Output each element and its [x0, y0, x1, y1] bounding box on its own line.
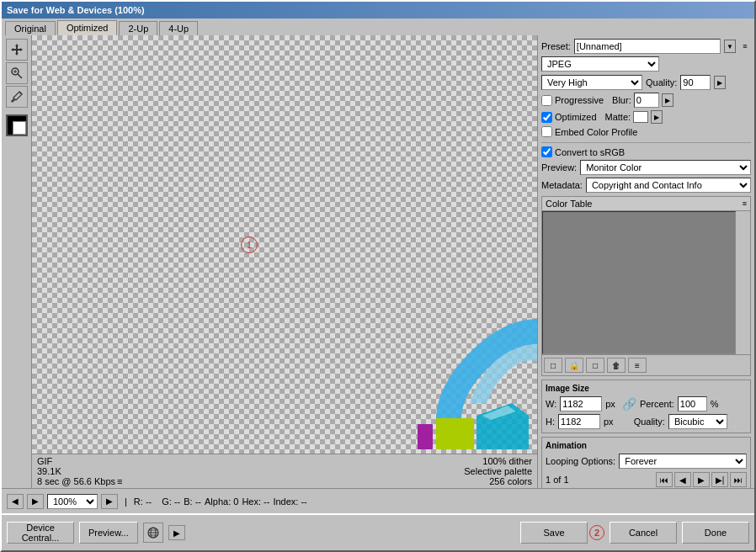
canvas-status-right: 100% dither Selective palette 256 colors — [464, 456, 532, 486]
color-table-panel: Color Table ≡ □ 🔒 □ 🗑 ≡ — [541, 196, 751, 376]
matte-color-box[interactable] — [633, 111, 648, 123]
metadata-select[interactable]: Copyright and Contact Info None Copyrigh… — [586, 178, 751, 193]
quality-arrow[interactable]: ▶ — [714, 76, 726, 89]
preset-options-icon[interactable]: ≡ — [739, 40, 751, 52]
optimized-label: Optimized — [555, 112, 597, 122]
format-row: JPEG GIF PNG-8 PNG-24 — [541, 56, 751, 72]
background-color[interactable] — [13, 121, 26, 135]
g-label: G: -- — [162, 496, 180, 507]
quality-input[interactable] — [680, 75, 711, 90]
h-label: H: — [546, 417, 555, 427]
nav-prev-btn[interactable]: ◀ — [7, 494, 24, 509]
right-panel: Preset: ▼ ≡ JPEG GIF PNG-8 PNG-24 Very H… — [537, 35, 754, 488]
index-label: Index: -- — [273, 496, 306, 507]
quality-preset-select[interactable]: Very High Low Medium High Maximum — [541, 75, 642, 90]
foreground-color[interactable] — [6, 114, 28, 136]
percent-unit: % — [711, 399, 719, 409]
convert-srgb-checkbox[interactable] — [541, 146, 552, 157]
metadata-row: Metadata: Copyright and Contact Info Non… — [541, 178, 751, 193]
tab-2up[interactable]: 2-Up — [119, 21, 157, 35]
cancel-button[interactable]: Cancel — [610, 522, 677, 544]
globe-arrow-btn[interactable]: ▶ — [168, 525, 185, 540]
animation-buttons: ⏮ ◀ ▶ ▶| ⏭ — [656, 472, 747, 487]
link-icon[interactable]: 🔗 — [622, 397, 636, 411]
zoom-tool[interactable] — [6, 62, 28, 84]
color-table-icons: ≡ — [743, 199, 747, 208]
zoom-select[interactable]: 100% 50% 200% — [47, 494, 98, 509]
anim-last-btn[interactable]: ⏭ — [730, 472, 747, 487]
hex-label: Hex: -- — [242, 496, 269, 507]
image-size-h-row: H: px Quality: Bicubic Nearest Neighbor … — [546, 414, 747, 429]
embed-color-checkbox[interactable] — [541, 126, 552, 137]
title-text: Save for Web & Devices (100%) — [7, 5, 145, 15]
anim-next-btn[interactable]: ▶| — [711, 472, 728, 487]
preset-input[interactable] — [574, 39, 721, 54]
canvas-format: GIF — [37, 456, 123, 466]
anim-first-btn[interactable]: ⏮ — [656, 472, 673, 487]
zoom-next-btn[interactable]: ▶ — [101, 494, 118, 509]
ct-btn-1[interactable]: □ — [544, 358, 562, 373]
tab-optimized[interactable]: Optimized — [57, 20, 118, 35]
ct-btn-5[interactable]: ≡ — [628, 358, 647, 373]
embed-color-row: Embed Color Profile — [541, 126, 751, 137]
blur-row: Blur: ▶ — [612, 93, 673, 108]
tab-4up[interactable]: 4-Up — [159, 21, 198, 35]
w-input[interactable] — [560, 396, 602, 411]
progressive-checkbox[interactable] — [541, 95, 552, 106]
animation-panel: Animation Looping Options: Forever Once … — [541, 437, 751, 488]
blur-label: Blur: — [612, 95, 631, 105]
image-size-panel: Image Size W: px 🔗 Percent: % H: px Qual… — [541, 380, 751, 433]
matte-arrow[interactable]: ▶ — [651, 110, 663, 124]
preset-menu-button[interactable]: ▼ — [724, 40, 736, 53]
ct-btn-3[interactable]: □ — [586, 358, 604, 373]
svg-line-1 — [18, 74, 22, 78]
nav-next-btn[interactable]: ▶ — [27, 494, 44, 509]
anim-play-btn[interactable]: ▶ — [693, 472, 710, 487]
blur-input[interactable] — [634, 93, 659, 108]
progressive-blur-row: Progressive Blur: ▶ — [541, 93, 751, 108]
move-tool[interactable] — [6, 39, 28, 61]
preview-button[interactable]: Preview... — [79, 522, 138, 544]
optimized-checkbox[interactable] — [541, 112, 552, 123]
convert-srgb-label: Convert to sRGB — [555, 147, 625, 157]
color-table-title: Color Table — [546, 199, 592, 209]
svg-rect-4 — [418, 424, 433, 449]
looping-row: Looping Options: Forever Once Other... — [546, 454, 747, 469]
canvas-background: 1 — [32, 35, 537, 454]
device-central-button[interactable]: Device Central... — [7, 522, 74, 544]
canvas-area[interactable]: 1 — [32, 35, 537, 454]
color-table-toolbar: □ 🔒 □ 🗑 ≡ — [542, 354, 750, 375]
optimized-matte-row: Optimized Matte: ▶ — [541, 110, 751, 124]
quality-is-label: Quality: — [634, 417, 665, 427]
blur-arrow[interactable]: ▶ — [662, 93, 673, 107]
animation-controls-row: 1 of 1 ⏮ ◀ ▶ ▶| ⏭ — [546, 472, 747, 487]
done-button[interactable]: Done — [682, 522, 749, 544]
ct-btn-2[interactable]: 🔒 — [565, 358, 583, 373]
looping-select[interactable]: Forever Once Other... — [619, 454, 747, 469]
quality-is-select[interactable]: Bicubic Nearest Neighbor Bilinear — [668, 414, 727, 429]
preview-select[interactable]: Monitor Color Macintosh Windows — [580, 160, 751, 175]
color-table-header: Color Table ≡ — [542, 197, 750, 211]
svg-rect-5 — [436, 418, 474, 449]
tab-original[interactable]: Original — [5, 21, 56, 35]
h-px: px — [604, 417, 614, 427]
save-with-badge: Save 2 — [520, 522, 604, 544]
quality-label: Quality: — [646, 77, 677, 88]
percent-input[interactable] — [678, 396, 707, 411]
preview-row: Preview: Monitor Color Macintosh Windows — [541, 160, 751, 175]
color-table-canvas — [542, 211, 736, 354]
h-input[interactable] — [558, 414, 600, 429]
canvas-time: 8 sec @ 56.6 Kbps — [37, 476, 115, 486]
canvas-marker: 1 — [241, 236, 258, 253]
color-table-options-icon[interactable]: ≡ — [743, 199, 747, 208]
canvas-options-icon[interactable]: ≡ — [117, 476, 122, 486]
tab-bar: Original Optimized 2-Up 4-Up — [2, 19, 754, 35]
globe-icon-button[interactable] — [143, 523, 163, 543]
eyedropper-tool[interactable] — [6, 86, 28, 108]
ct-btn-4[interactable]: 🗑 — [607, 358, 626, 373]
divider-toolbar: | — [125, 496, 127, 507]
anim-prev-btn[interactable]: ◀ — [674, 472, 691, 487]
canvas-status-left: GIF 39.1K 8 sec @ 56.6 Kbps ≡ — [37, 456, 123, 486]
format-select[interactable]: JPEG GIF PNG-8 PNG-24 — [541, 56, 659, 72]
save-button[interactable]: Save — [520, 522, 588, 544]
